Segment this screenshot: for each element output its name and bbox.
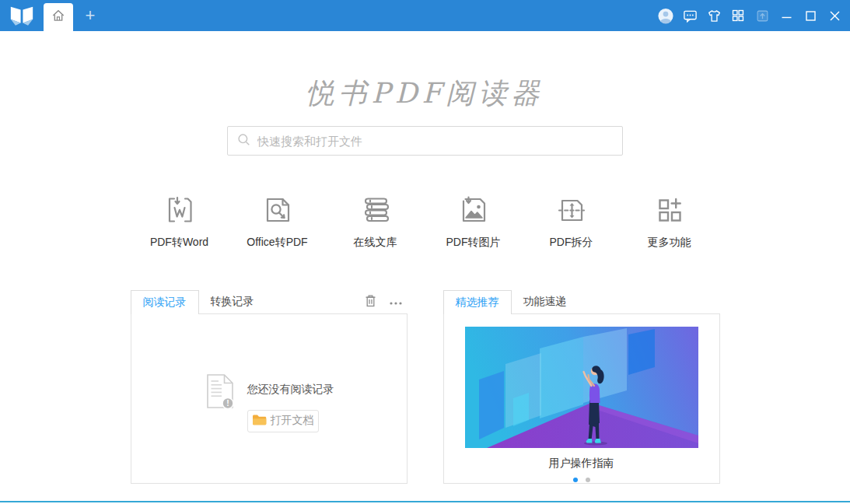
online-library-icon [360, 194, 391, 226]
search-input[interactable] [257, 135, 622, 148]
records-panel-body: ! 您还没有阅读记录 打开文档 [131, 313, 408, 484]
titlebar: + [0, 0, 850, 31]
pdf-to-word-icon [164, 194, 195, 226]
close-button[interactable] [827, 7, 842, 24]
banner-caption: 用户操作指南 [549, 457, 614, 471]
home-tab[interactable] [44, 3, 73, 31]
panels-row: 阅读记录 转换记录 [131, 290, 720, 484]
bottom-divider [0, 501, 850, 502]
open-document-label: 打开文档 [271, 414, 314, 428]
empty-state: ! 您还没有阅读记录 打开文档 [204, 373, 334, 432]
svg-text:!: ! [226, 398, 229, 408]
folder-icon [252, 414, 267, 428]
search-icon [237, 133, 250, 149]
feature-more-functions[interactable]: 更多功能 [621, 194, 719, 250]
feature-online-library[interactable]: 在线文库 [327, 194, 425, 250]
feature-office-to-pdf[interactable]: Office转PDF [229, 194, 327, 250]
feature-label: 在线文库 [354, 236, 397, 250]
feature-label: PDF转Word [150, 236, 208, 250]
tab-reading-records[interactable]: 阅读记录 [131, 290, 199, 314]
feature-label: PDF拆分 [550, 236, 593, 250]
feedback-icon[interactable] [682, 7, 698, 24]
search-box[interactable] [227, 126, 623, 156]
home-icon [51, 9, 65, 26]
feature-pdf-to-word[interactable]: PDF转Word [131, 194, 229, 250]
tab-featured-recommend[interactable]: 精选推荐 [443, 290, 512, 314]
records-panel: 阅读记录 转换记录 [131, 290, 408, 484]
theme-skin-icon[interactable] [706, 7, 722, 24]
more-options-ellipsis-icon[interactable] [389, 295, 403, 309]
more-features-icon [654, 194, 685, 226]
apps-grid-icon[interactable] [730, 7, 746, 24]
pdf-split-icon [556, 194, 587, 226]
empty-document-icon: ! [204, 373, 236, 432]
pager-dot-active[interactable] [573, 478, 578, 482]
feature-pdf-split[interactable]: PDF拆分 [523, 194, 621, 250]
upload-icon [754, 7, 770, 24]
feature-label: PDF转图片 [446, 236, 501, 250]
pager-dot[interactable] [586, 478, 590, 482]
maximize-button[interactable] [803, 7, 818, 24]
empty-records-message: 您还没有阅读记录 [247, 383, 334, 397]
recommend-tab-row: 精选推荐 功能速递 [443, 290, 720, 313]
office-to-pdf-icon [262, 194, 293, 226]
feature-label: 更多功能 [648, 236, 691, 250]
carousel-pager [573, 478, 590, 482]
records-tab-row: 阅读记录 转换记录 [131, 290, 408, 313]
open-document-button[interactable]: 打开文档 [247, 410, 319, 432]
clear-records-trash-icon[interactable] [365, 294, 376, 310]
app-title: 悦书PDF阅读器 [0, 76, 850, 110]
tab-conversion-records[interactable]: 转换记录 [199, 290, 266, 313]
app-logo-icon [0, 5, 44, 26]
minimize-button[interactable] [778, 7, 794, 24]
new-tab-button[interactable]: + [82, 7, 98, 24]
feature-label: Office转PDF [247, 236, 307, 250]
guide-banner-illustration[interactable] [465, 327, 698, 448]
recommend-panel: 精选推荐 功能速递 [443, 290, 720, 484]
features-row: PDF转Word Office转PDF [131, 194, 720, 250]
feature-pdf-to-image[interactable]: PDF转图片 [425, 194, 523, 250]
tab-feature-express[interactable]: 功能速递 [512, 290, 579, 313]
user-avatar[interactable] [658, 7, 673, 24]
pdf-to-image-icon [458, 194, 489, 226]
recommend-panel-body: 用户操作指南 [443, 313, 720, 484]
